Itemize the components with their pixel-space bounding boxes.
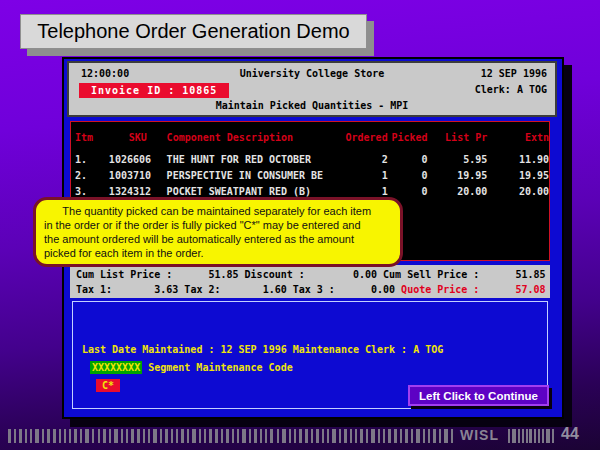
table-cell: 1003710	[109, 168, 167, 184]
barcode-bar	[322, 429, 324, 443]
page-title: Telephone Order Generation Demo	[20, 14, 367, 49]
barcode-bar	[35, 429, 39, 443]
barcode-bar	[25, 429, 27, 443]
table-cell: 19.95	[428, 168, 488, 184]
barcode-bar	[260, 429, 262, 443]
barcode-bar	[378, 429, 380, 443]
continue-button-label: Left Click to Continue	[419, 390, 538, 402]
barcode-bar	[14, 429, 16, 443]
barcode-bar	[74, 429, 77, 443]
barcode-bar	[237, 429, 239, 443]
totals-line-2: Tax 1: 3.63 Tax 2: 1.60 Tax 3 : 0.00 Quo…	[76, 282, 550, 297]
invoice-id-badge: Invoice ID : 10865	[79, 83, 229, 98]
table-cell: 11.90	[487, 152, 549, 168]
segment-code-label: Segment Maintenance Code	[142, 362, 293, 373]
table-cell: 2.	[75, 168, 109, 184]
barcode-bar	[47, 429, 50, 443]
barcode-bar	[355, 429, 357, 443]
barcode-bar	[416, 429, 420, 443]
items-table-header: Itm SKU Component Description Ordered Pi…	[75, 130, 549, 146]
tax-values: Tax 1: 3.63 Tax 2: 1.60 Tax 3 : 0.00	[76, 284, 401, 295]
barcode-bar	[366, 429, 368, 443]
barcode-bar	[542, 429, 544, 443]
barcode-bar	[428, 429, 430, 443]
barcode-bar	[114, 429, 118, 443]
barcode-bar	[165, 429, 168, 443]
column-header-description: Component Description	[167, 130, 340, 146]
barcode-bar	[451, 429, 453, 443]
barcode-bar	[160, 429, 162, 443]
barcode-bar	[270, 429, 273, 443]
totals-panel: Cum List Price : 51.85 Discount : 0.00 C…	[70, 265, 550, 298]
column-header-itm: Itm	[75, 130, 109, 146]
barcode-bar	[192, 429, 196, 443]
barcode-bar	[405, 429, 408, 443]
column-header-sku: SKU	[109, 130, 167, 146]
barcode-bar	[299, 429, 302, 443]
barcode-bar	[232, 429, 234, 443]
barcode-bar	[546, 429, 550, 443]
barcode-bar	[423, 429, 425, 443]
barcode-bar	[103, 429, 106, 443]
table-cell: THE HUNT FOR RED OCTOBER	[167, 152, 340, 168]
last-maintained-line: Last Date Maintained : 12 SEP 1996 Maint…	[82, 344, 443, 355]
barcode-bar	[126, 429, 128, 443]
barcode-bar	[148, 429, 150, 443]
barcode-bar	[522, 429, 524, 443]
barcode-bar	[181, 429, 184, 443]
barcode-bar	[439, 429, 441, 443]
screen-title: Maintain Picked Quantities - MPI	[69, 100, 555, 111]
barcode-bar	[282, 429, 286, 443]
table-cell: 0	[388, 168, 428, 184]
column-header-extn: Extn	[487, 130, 549, 146]
table-cell: 5.95	[428, 152, 488, 168]
table-cell: 1026606	[109, 152, 167, 168]
barcode-bar	[508, 429, 510, 443]
barcode-bar	[8, 429, 11, 443]
items-table-rows: 1.1026606THE HUNT FOR RED OCTOBER205.951…	[75, 152, 549, 200]
barcode-bar	[199, 429, 201, 443]
barcode-bar	[265, 429, 267, 443]
barcode-bar	[552, 429, 554, 443]
barcode-bar	[339, 429, 341, 443]
barcode-bar	[350, 429, 352, 443]
page-title-text: Telephone Order Generation Demo	[37, 20, 349, 43]
barcode-bar	[80, 429, 82, 443]
barcode-bar	[42, 429, 44, 443]
barcode-bar	[388, 429, 391, 443]
barcode-bar	[153, 429, 157, 443]
barcode-bar	[344, 429, 347, 443]
barcode-bar	[518, 429, 520, 443]
barcode-bar	[277, 429, 279, 443]
page-number: 44	[561, 425, 579, 443]
barcode-bar	[305, 429, 308, 443]
barcode-right	[508, 429, 554, 443]
table-row: 1.1026606THE HUNT FOR RED OCTOBER205.951…	[75, 152, 549, 168]
terminal-header-panel: 12:00:00 University College Store 12 SEP…	[67, 61, 557, 117]
table-cell: 20.00	[487, 184, 549, 200]
barcode-bar	[411, 429, 413, 443]
barcode-bar	[109, 429, 111, 443]
barcode-bar	[92, 429, 94, 443]
table-cell: PERSPECTIVE IN CONSUMER BE	[167, 168, 340, 184]
annotation-callout: The quantity picked can be maintained se…	[33, 197, 403, 267]
segment-code-line: XXXXXXXX Segment Maintenance Code	[90, 362, 293, 373]
barcode-bar	[69, 429, 71, 443]
barcode-bar	[254, 429, 257, 443]
barcode-bar	[538, 429, 540, 443]
barcode-bar	[394, 429, 397, 443]
barcode-bar	[221, 429, 223, 443]
barcode-bar	[444, 429, 448, 443]
barcode-bar	[209, 429, 212, 443]
continue-button[interactable]: Left Click to Continue	[408, 385, 549, 406]
column-header-list-pr: List Pr	[428, 130, 488, 146]
barcode-bar	[143, 429, 145, 443]
barcode-bar	[53, 429, 56, 443]
barcode-bar	[534, 429, 536, 443]
segment-code-field[interactable]: XXXXXXXX	[90, 361, 142, 374]
barcode-bar	[131, 429, 134, 443]
barcode-bar	[294, 429, 296, 443]
barcode-bar	[215, 429, 218, 443]
barcode-bar	[332, 429, 336, 443]
entry-code-field[interactable]: C*	[96, 379, 120, 392]
